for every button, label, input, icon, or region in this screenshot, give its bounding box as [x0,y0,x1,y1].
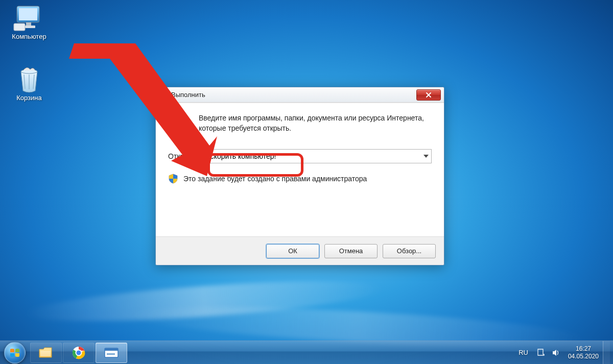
svg-rect-20 [105,348,118,351]
windows-logo-icon [4,342,26,363]
titlebar[interactable]: Выполнить [156,87,444,103]
svg-rect-13 [170,117,188,121]
run-dialog-icon [159,90,168,100]
close-icon [426,92,432,98]
computer-icon [13,5,45,32]
open-combobox[interactable] [202,149,432,163]
start-button[interactable] [0,341,30,364]
desktop-icon-label: Компьютер [6,33,52,40]
folder-icon [38,346,54,359]
taskbar-item-chrome[interactable] [63,343,95,363]
browse-button[interactable]: Обзор... [383,244,436,258]
desktop-icon-recycle-bin[interactable]: Корзина [6,66,52,102]
taskbar-pinned-area [30,341,128,364]
close-button[interactable] [416,89,441,101]
run-large-icon [168,113,190,135]
show-desktop-button[interactable] [603,341,610,365]
svg-rect-11 [160,94,166,95]
cancel-button[interactable]: Отмена [324,244,378,258]
chrome-icon [72,346,86,360]
taskbar: RU 16:27 04.05.2020 [0,341,613,364]
svg-rect-10 [159,92,168,93]
run-icon [104,347,119,359]
taskbar-item-run[interactable] [96,343,127,363]
recycle-bin-icon [13,66,45,93]
ok-button[interactable]: ОК [266,244,319,258]
volume-icon[interactable] [552,348,561,357]
svg-rect-21 [107,353,115,355]
desktop-icon-label: Корзина [6,94,52,102]
svg-rect-16 [40,351,51,356]
uac-shield-icon [168,174,178,184]
svg-rect-2 [26,22,31,26]
dialog-button-row: ОК Отмена Обзор... [156,236,444,265]
open-label: Открыть: [168,152,198,160]
action-center-icon[interactable] [536,348,546,357]
svg-rect-14 [172,125,183,127]
dialog-body: Введите имя программы, папки, документа … [156,103,444,236]
language-indicator[interactable]: RU [513,349,533,356]
svg-rect-4 [14,23,25,31]
dialog-title: Выполнить [171,91,416,99]
taskbar-item-explorer[interactable] [30,343,62,363]
clock-date: 04.05.2020 [568,353,599,360]
dialog-description: Введите имя программы, папки, документа … [199,113,432,135]
svg-point-18 [76,350,82,355]
desktop-icon-computer[interactable]: Компьютер [6,5,52,40]
taskbar-clock[interactable]: 16:27 04.05.2020 [564,345,603,360]
open-input[interactable] [202,149,432,163]
admin-note: Это задание будет создано с правами адми… [183,175,367,183]
system-tray: RU 16:27 04.05.2020 [513,341,613,364]
run-dialog: Выполнить Введите имя программы, папки, … [155,87,444,265]
svg-rect-1 [19,8,37,20]
clock-time: 16:27 [568,345,599,353]
wallpaper-streak [25,274,384,329]
